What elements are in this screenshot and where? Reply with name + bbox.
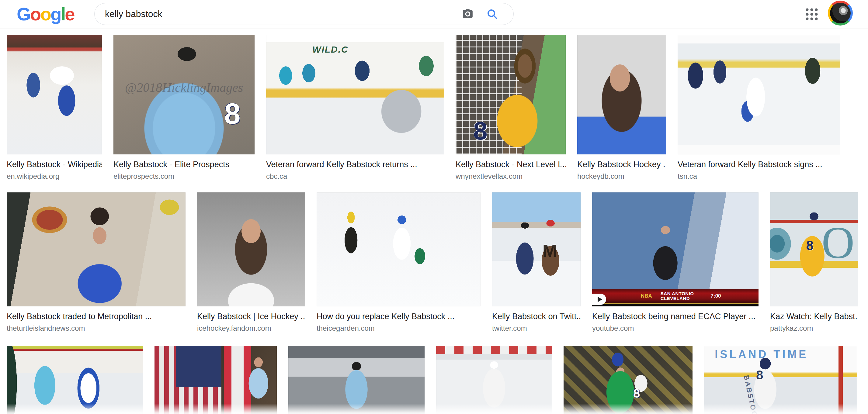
result-domain: wnynextlevellax.com: [456, 172, 566, 181]
result-caption: Kelly Babstock on Twitt... twitter.com: [492, 311, 581, 333]
result-domain: youtube.com: [592, 324, 758, 333]
result-caption: Kelly Babstock - Wikipedia en.wikipedia.…: [7, 159, 102, 181]
google-images-results-page: Google: [0, 0, 868, 414]
image-result[interactable]: Kelly Babstock - Wikipedia en.wikipedia.…: [7, 35, 102, 181]
result-domain: pattykaz.com: [770, 324, 858, 333]
result-domain: icehockey.fandom.com: [197, 324, 305, 333]
result-thumbnail[interactable]: [7, 192, 186, 307]
result-thumbnail[interactable]: [197, 192, 305, 307]
result-caption: Kelly Babstock - Next Level L... wnynext…: [456, 159, 566, 181]
search-icon[interactable]: [486, 7, 499, 21]
news-ticker-overlay: NBA SAN ANTONIO CLEVELAND 7:00: [592, 289, 758, 304]
result-title[interactable]: Veteran forward Kelly Babstock returns .…: [266, 159, 444, 170]
result-domain: eliteprospects.com: [114, 172, 254, 181]
profile-avatar-photo: [830, 3, 851, 23]
ticker-base-bar: [592, 304, 758, 307]
result-caption: Veteran forward Kelly Babstock signs ...…: [678, 159, 840, 181]
result-thumbnail[interactable]: [7, 346, 143, 414]
result-title[interactable]: Kelly Babstock on Twitt...: [492, 311, 581, 322]
result-thumbnail[interactable]: [288, 346, 425, 414]
profile-avatar[interactable]: [828, 1, 853, 26]
result-thumbnail[interactable]: WILD.C: [266, 35, 444, 154]
result-thumbnail[interactable]: 8: [564, 346, 692, 414]
jersey-letter: M: [542, 241, 557, 261]
image-result[interactable]: ISLAND TIME BABSTOCK 8: [704, 346, 857, 414]
rink-board-text: WILD.C: [312, 44, 348, 55]
search-bar[interactable]: [94, 3, 514, 25]
header-bar: Google: [0, 0, 868, 29]
result-thumbnail[interactable]: M: [492, 192, 581, 307]
result-caption: Kaz Watch: Kelly Babst... pattykaz.com: [770, 311, 858, 333]
result-thumbnail[interactable]: O 8: [770, 192, 858, 307]
result-caption: Kelly Babstock - Elite Prospects elitepr…: [114, 159, 254, 181]
video-thumbnail[interactable]: NBA SAN ANTONIO CLEVELAND 7:00: [592, 192, 758, 307]
image-result[interactable]: [7, 346, 143, 414]
result-caption: Kelly Babstock traded to Metropolitan ..…: [7, 311, 186, 333]
ticker-teams: SAN ANTONIO CLEVELAND: [660, 291, 694, 301]
result-thumbnail[interactable]: [678, 35, 840, 154]
jersey-number: 8: [224, 97, 240, 130]
video-play-badge: [592, 294, 606, 305]
image-result[interactable]: WILD.C Veteran forward Kelly Babstock re…: [266, 35, 444, 181]
result-title[interactable]: Kelly Babstock - Wikipedia: [7, 159, 102, 170]
image-result[interactable]: How do you replace Kelly Babstock ... th…: [317, 192, 480, 333]
result-caption: Kelly Babstock | Ice Hockey ... icehocke…: [197, 311, 305, 333]
image-result[interactable]: [436, 346, 552, 414]
play-icon: [598, 297, 602, 302]
image-result[interactable]: 8: [564, 346, 692, 414]
result-domain: tsn.ca: [678, 172, 840, 181]
result-caption: How do you replace Kelly Babstock ... th…: [317, 311, 480, 333]
jersey-number: 8: [473, 116, 488, 146]
image-result[interactable]: M Kelly Babstock on Twitt... twitter.com: [492, 192, 581, 333]
result-thumbnail[interactable]: 8: [456, 35, 566, 154]
image-result[interactable]: Veteran forward Kelly Babstock signs ...…: [678, 35, 840, 181]
image-result[interactable]: 8 Kelly Babstock - Next Level L... wnyne…: [456, 35, 566, 181]
result-thumbnail[interactable]: [317, 192, 480, 307]
image-result[interactable]: Kelly Babstock | Ice Hockey ... icehocke…: [197, 192, 305, 333]
image-result[interactable]: [288, 346, 425, 414]
image-result[interactable]: O 8 Kaz Watch: Kelly Babst... pattykaz.c…: [770, 192, 858, 333]
ticker-league: NBA: [641, 293, 652, 299]
image-result[interactable]: @2018HicklingImages 8 Kelly Babstock - E…: [114, 35, 254, 181]
result-domain: en.wikipedia.org: [7, 172, 102, 181]
ticker-team1: SAN ANTONIO: [660, 291, 694, 296]
result-thumbnail[interactable]: [577, 35, 666, 154]
video-result[interactable]: NBA SAN ANTONIO CLEVELAND 7:00 Kelly Bab…: [592, 192, 758, 333]
result-title[interactable]: Kelly Babstock being named ECAC Player .…: [592, 311, 758, 322]
result-thumbnail[interactable]: [7, 35, 102, 154]
result-title[interactable]: Kaz Watch: Kelly Babst...: [770, 311, 858, 322]
result-title[interactable]: Kelly Babstock Hockey ...: [577, 159, 666, 170]
result-caption: Kelly Babstock Hockey ... hockeydb.com: [577, 159, 666, 181]
apps-grid-icon[interactable]: [805, 7, 819, 21]
jersey-number: 8: [806, 238, 813, 253]
result-title[interactable]: Kelly Babstock traded to Metropolitan ..…: [7, 311, 186, 322]
result-caption: Kelly Babstock being named ECAC Player .…: [592, 311, 758, 333]
result-domain: hockeydb.com: [577, 172, 666, 181]
result-title[interactable]: How do you replace Kelly Babstock ...: [317, 311, 480, 322]
result-title[interactable]: Veteran forward Kelly Babstock signs ...: [678, 159, 840, 170]
image-result[interactable]: Kelly Babstock traded to Metropolitan ..…: [7, 192, 186, 333]
result-domain: twitter.com: [492, 324, 581, 333]
image-result[interactable]: [155, 346, 277, 414]
result-title[interactable]: Kelly Babstock - Elite Prospects: [114, 159, 254, 170]
result-thumbnail[interactable]: ISLAND TIME BABSTOCK 8: [704, 346, 857, 414]
jersey-number: 8: [633, 387, 640, 400]
result-domain: theicegarden.com: [317, 324, 480, 333]
camera-icon[interactable]: [461, 7, 474, 21]
rink-board-text: ISLAND TIME: [715, 348, 808, 361]
jersey-number: 8: [756, 368, 763, 382]
search-input[interactable]: [104, 8, 455, 20]
result-domain: cbc.ca: [266, 172, 444, 181]
result-thumbnail[interactable]: @2018HicklingImages 8: [114, 35, 254, 154]
image-result[interactable]: Kelly Babstock Hockey ... hockeydb.com: [577, 35, 666, 181]
result-thumbnail[interactable]: [436, 346, 552, 414]
result-domain: theturtleislandnews.com: [7, 324, 186, 333]
result-title[interactable]: Kelly Babstock - Next Level L...: [456, 159, 566, 170]
result-caption: Veteran forward Kelly Babstock returns .…: [266, 159, 444, 181]
photo-watermark: @2018HicklingImages: [114, 80, 254, 95]
google-logo[interactable]: Google: [17, 2, 74, 26]
ticker-time: 7:00: [711, 293, 721, 299]
result-thumbnail[interactable]: [155, 346, 277, 414]
result-title[interactable]: Kelly Babstock | Ice Hockey ...: [197, 311, 305, 322]
ticker-team2: CLEVELAND: [660, 296, 690, 301]
